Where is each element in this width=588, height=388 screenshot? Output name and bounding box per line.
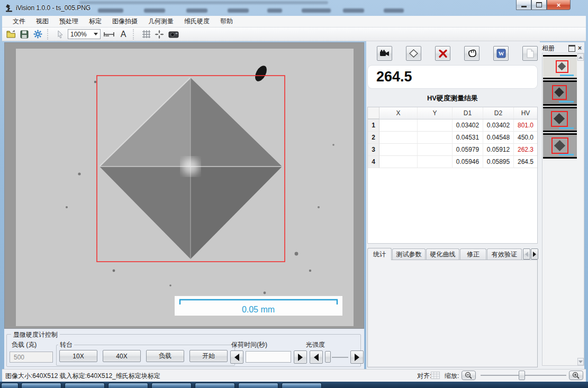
menu-help[interactable]: 帮助	[215, 16, 238, 27]
dwell-time-input[interactable]	[246, 351, 291, 363]
scale-bar: 0.05 mm	[175, 296, 342, 316]
open-folder-icon	[6, 30, 16, 38]
light-increase-button[interactable]	[350, 350, 364, 364]
tab-correction[interactable]: 修正	[460, 248, 486, 260]
background-window-artifact	[186, 8, 207, 13]
taskbar-button[interactable]	[151, 383, 192, 388]
chevron-down-icon	[94, 33, 98, 35]
minimize-button[interactable]	[516, 0, 531, 10]
background-window-artifact	[267, 8, 282, 13]
background-window-artifact	[144, 8, 165, 13]
results-cell-hv-0: 801.0	[514, 119, 537, 132]
delete-result-button[interactable]	[435, 46, 450, 61]
album-thumbnail-1[interactable]	[543, 55, 577, 79]
zoom-in-button[interactable]	[569, 371, 583, 380]
zoom-out-button[interactable]	[462, 371, 476, 380]
light-decrease-button[interactable]	[310, 350, 323, 364]
center-align-tool-button[interactable]	[153, 29, 165, 40]
light-slider-track[interactable]	[332, 357, 348, 358]
arrow-up-icon	[578, 56, 583, 59]
light-slider-handle[interactable]	[325, 351, 331, 363]
dwell-increase-button[interactable]	[294, 350, 307, 364]
turret-label: 转台	[58, 340, 74, 349]
menu-vickers-hardness[interactable]: 维氏硬度	[179, 16, 215, 27]
table-row[interactable]: 2 0.04531 0.04548 450.0	[368, 132, 537, 144]
taskbar-button[interactable]	[238, 383, 278, 388]
album-thumbnail-4[interactable]	[543, 133, 577, 159]
menu-file[interactable]: 文件	[7, 16, 31, 27]
taskbar-button[interactable]	[195, 383, 235, 388]
results-cell-hv-3: 264.5	[514, 156, 537, 168]
tab-validation[interactable]: 有效验证	[487, 248, 522, 260]
close-panel-icon[interactable]: ×	[578, 44, 582, 52]
dwell-decrease-button[interactable]	[230, 350, 243, 364]
align-grid-icon[interactable]	[431, 372, 440, 379]
table-row[interactable]: 1 0.03402 0.03402 801.0	[368, 119, 537, 132]
zoom-slider-handle[interactable]	[519, 371, 525, 380]
app-icon	[5, 3, 14, 13]
live-video-button[interactable]	[377, 46, 392, 61]
table-row[interactable]: 4 0.05946 0.05895 264.5	[368, 156, 537, 168]
tab-scroll-right-button[interactable]	[531, 248, 538, 260]
measure-indent-button[interactable]	[406, 46, 421, 61]
select-tool-button[interactable]	[55, 29, 66, 40]
save-button[interactable]	[19, 29, 30, 40]
menu-view[interactable]: 视图	[31, 16, 54, 27]
load-label: 负载 (克)	[12, 340, 37, 349]
load-input[interactable]: 500	[10, 352, 53, 363]
taskbar-button[interactable]	[1, 383, 19, 388]
turret-10x-button[interactable]: 10X	[59, 350, 97, 362]
menu-preprocess[interactable]: 预处理	[54, 16, 84, 27]
album-title: 相册	[541, 44, 568, 53]
results-table-header[interactable]: X Y D1 D2 HV	[368, 107, 537, 119]
menu-calibration[interactable]: 标定	[84, 16, 107, 27]
album-thumbnail-3[interactable]	[543, 107, 577, 132]
clear-all-button[interactable]	[464, 46, 480, 61]
diamond-icon	[409, 49, 419, 58]
tab-scroll-left-button[interactable]	[523, 248, 530, 260]
table-row[interactable]: 3 0.05979 0.05912 262.3	[368, 144, 537, 156]
menu-image-capture[interactable]: 图像拍摄	[107, 16, 143, 27]
close-button[interactable]: ×	[547, 0, 571, 10]
menu-geometry-measure[interactable]: 几何测量	[143, 16, 179, 27]
taskbar-button[interactable]	[282, 383, 322, 388]
video-camera-icon	[379, 50, 390, 58]
gear-icon	[33, 30, 42, 39]
album-title-bar: 相册 ×	[541, 44, 583, 52]
magnifier-minus-icon	[465, 372, 473, 379]
background-window-artifact	[343, 8, 364, 13]
zoom-level-select[interactable]: 100%	[68, 29, 101, 39]
turret-load-button[interactable]: 负载	[146, 350, 184, 362]
micrograph-image[interactable]: 0.05 mm	[16, 49, 354, 326]
new-document-button[interactable]	[522, 46, 538, 61]
capture-image-button[interactable]	[167, 29, 180, 40]
maximize-button[interactable]	[531, 0, 547, 10]
col-d1: D1	[453, 107, 483, 119]
album-thumbnail-2[interactable]	[543, 80, 577, 106]
tab-statistics[interactable]: 统计	[367, 248, 392, 260]
save-floppy-icon	[20, 30, 29, 39]
menu-bar: 文件 视图 预处理 标定 图像拍摄 几何测量 维氏硬度 帮助	[2, 16, 586, 27]
background-window-artifact	[228, 8, 249, 13]
settings-button[interactable]	[32, 29, 43, 40]
start-button[interactable]: 开始	[189, 350, 228, 362]
tab-hardening-curve[interactable]: 硬化曲线	[426, 248, 459, 260]
scale-bar-label: 0.05 mm	[242, 305, 275, 314]
window-title: iVision 1.0.0 - ts_005.PNG	[16, 4, 91, 12]
open-file-button[interactable]	[5, 29, 17, 40]
taskbar-button[interactable]	[65, 383, 105, 388]
album-scroll-down-button[interactable]	[577, 358, 584, 365]
export-word-button[interactable]: W	[493, 46, 509, 61]
float-panel-icon[interactable]	[568, 45, 575, 52]
album-scroll-up-button[interactable]	[577, 53, 584, 61]
turret-40x-button[interactable]: 40X	[103, 350, 141, 362]
text-tool-button[interactable]: A	[117, 29, 129, 40]
col-d2: D2	[483, 107, 514, 119]
tab-test-parameters[interactable]: 测试参数	[392, 248, 426, 260]
measure-tool-button[interactable]	[102, 29, 116, 40]
indent-face-bottom-left	[99, 167, 191, 259]
dwell-time-label: 保荷时间(秒)	[231, 340, 267, 349]
grid-tool-button[interactable]	[140, 29, 152, 40]
taskbar-button[interactable]	[108, 383, 148, 388]
taskbar-button[interactable]	[21, 383, 61, 388]
